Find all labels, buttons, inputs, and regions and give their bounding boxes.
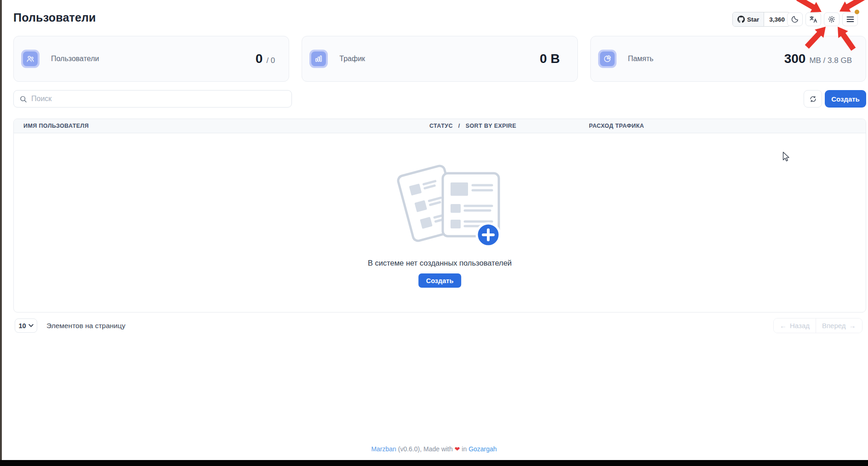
stat-value: 300: [784, 51, 806, 66]
table-header-row: ИМЯ ПОЛЬЗОВАТЕЛЯ СТАТУС / SORT BY EXPIRE…: [14, 119, 866, 133]
page-size-label: Элементов на страницу: [46, 322, 126, 330]
column-header-status: СТАТУС: [429, 123, 453, 129]
pagination-controls: ← Назад Вперед →: [773, 318, 862, 333]
stat-suffix: MB / 3.8 GB: [809, 56, 852, 65]
github-logo-icon: [737, 16, 745, 23]
page-title: Пользователи: [13, 11, 96, 24]
gozargah-link[interactable]: Gozargah: [468, 445, 497, 453]
page-size-value: 10: [18, 322, 26, 330]
stat-card-users: Пользователи 0/ 0: [13, 36, 289, 82]
refresh-button[interactable]: [804, 90, 822, 108]
column-header-traffic: РАСХОД ТРАФИКА: [589, 123, 644, 129]
menu-button[interactable]: [842, 12, 858, 26]
search-input[interactable]: [31, 95, 286, 103]
translate-icon: [809, 15, 818, 23]
github-star-widget[interactable]: Star 3,360: [732, 12, 790, 27]
theme-toggle-button[interactable]: [787, 12, 803, 26]
stats-cards: Пользователи 0/ 0 Трафик 0 B Памя: [13, 36, 866, 82]
column-header-sort-by-expire[interactable]: SORT BY EXPIRE: [466, 123, 516, 129]
menu-notification-dot: [855, 10, 859, 14]
left-arrow-icon: ←: [780, 322, 787, 330]
stat-label: Пользователи: [51, 55, 99, 63]
column-header-username: ИМЯ ПОЛЬЗОВАТЕЛЯ: [14, 123, 89, 129]
github-star-label: Star: [747, 16, 759, 23]
github-star-button[interactable]: Star: [733, 12, 764, 26]
language-button[interactable]: [805, 12, 821, 26]
create-user-button[interactable]: Создать: [825, 90, 866, 108]
plus-circle-icon: [477, 223, 500, 246]
stat-card-memory: Память 300MB / 3.8 GB: [590, 36, 866, 82]
footer-version-text: (v0.6.0), Made with: [398, 445, 453, 453]
right-arrow-icon: →: [849, 322, 856, 330]
search-box: [13, 90, 292, 108]
prev-page-button[interactable]: ← Назад: [774, 318, 816, 333]
gear-icon: [828, 15, 836, 23]
stat-value: 0: [256, 51, 263, 66]
stat-value: 0 B: [540, 51, 560, 66]
stat-suffix: / 0: [266, 56, 275, 65]
empty-state-illustration: [391, 159, 515, 257]
moon-icon: [791, 15, 799, 23]
empty-state-message: В системе нет созданных пользователей: [14, 259, 866, 267]
page-size-select[interactable]: 10: [15, 318, 37, 333]
footer-in-text: in: [462, 445, 467, 453]
search-icon: [19, 95, 27, 103]
hamburger-icon: [846, 16, 854, 23]
users-table: ИМЯ ПОЛЬЗОВАТЕЛЯ СТАТУС / SORT BY EXPIRE…: [13, 119, 866, 313]
settings-button[interactable]: [824, 12, 839, 26]
marzban-link[interactable]: Marzban: [371, 445, 396, 453]
stat-label: Память: [628, 55, 654, 63]
column-header-separator: /: [458, 123, 460, 129]
users-icon: [26, 54, 35, 63]
next-page-button[interactable]: Вперед →: [816, 318, 862, 333]
stat-label: Трафик: [339, 55, 365, 63]
traffic-bars-icon: [314, 54, 323, 63]
stat-card-traffic: Трафик 0 B: [302, 36, 577, 82]
footer: Marzban (v0.6.0), Made with ❤ in Gozarga…: [0, 445, 868, 453]
chevron-down-icon: [29, 324, 34, 327]
refresh-icon: [809, 95, 817, 103]
window-left-edge: [0, 0, 2, 460]
empty-state-create-button[interactable]: Создать: [418, 273, 462, 288]
window-bottom-bar: [0, 460, 868, 466]
heart-icon: ❤: [455, 445, 460, 453]
memory-pie-icon: [603, 54, 612, 63]
github-star-count[interactable]: 3,360: [764, 12, 790, 26]
